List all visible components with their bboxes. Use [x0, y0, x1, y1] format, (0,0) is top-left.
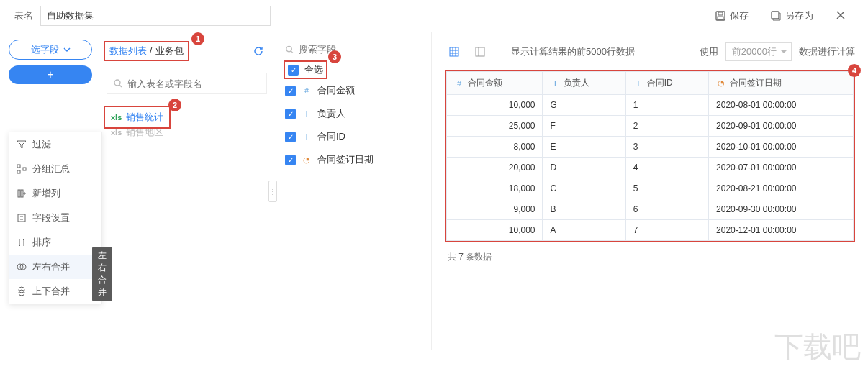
refresh-button[interactable]: [253, 45, 264, 59]
source-search[interactable]: [107, 73, 267, 94]
rows-select[interactable]: 前20000行: [725, 42, 792, 61]
cell-id: 7: [625, 220, 708, 241]
tab-data-list[interactable]: 数据列表: [109, 45, 147, 58]
op-filter[interactable]: 过滤: [9, 132, 101, 157]
plus-icon: +: [47, 68, 53, 81]
save-as-icon: [770, 10, 782, 22]
search-icon: [113, 78, 123, 88]
highlight-box-2: xls 销售统计: [104, 106, 171, 129]
checkbox[interactable]: ✓: [285, 155, 296, 165]
text-icon: T: [550, 79, 560, 88]
cell-owner: C: [543, 178, 625, 199]
save-button[interactable]: 保存: [707, 6, 756, 25]
svg-rect-4: [17, 165, 20, 168]
select-field-button[interactable]: 选字段: [9, 40, 92, 60]
cell-date: 2020-09-30 00:00:00: [709, 199, 854, 220]
time-icon: ◔: [302, 155, 312, 165]
col-header-date[interactable]: ◔合同签订日期: [709, 72, 854, 95]
field-row-date[interactable]: ✓ ◔ 合同签订日期: [282, 148, 422, 171]
cell-id: 5: [625, 178, 708, 199]
checkbox[interactable]: ✓: [285, 132, 296, 142]
table-row[interactable]: 8,000E32020-10-01 00:00:00: [447, 137, 854, 158]
tab-business-pkg[interactable]: 业务包: [155, 45, 184, 58]
table-name-label: 表名: [14, 9, 33, 22]
cell-owner: G: [543, 95, 625, 116]
svg-rect-9: [18, 214, 25, 222]
text-icon: T: [633, 79, 643, 88]
checkbox-all[interactable]: ✓: [288, 65, 299, 76]
table-row[interactable]: 10,000A72020-12-01 00:00:00: [447, 220, 854, 241]
sort-icon: [17, 237, 27, 247]
list-view-button[interactable]: [471, 43, 489, 60]
xls-icon: xls: [111, 128, 122, 137]
header-bar: 表名 保存 另存为: [0, 0, 868, 32]
operation-menu: 过滤 分组汇总 新增列 字段设置 排序 左右合并: [9, 132, 102, 304]
op-sort[interactable]: 排序: [9, 230, 101, 255]
preview-table: #合同金额 T负责人 T合同ID ◔合同签订日期 10,000G12020-08…: [446, 71, 854, 241]
checkbox[interactable]: ✓: [285, 109, 296, 119]
cell-owner: B: [543, 199, 625, 220]
op-left-right-join[interactable]: 左右合并: [9, 255, 101, 279]
op-newcol[interactable]: 新增列: [9, 181, 101, 206]
highlight-box-3: ✓ 全选: [284, 60, 327, 79]
table-row[interactable]: 25,000F22020-09-01 00:00:00: [447, 116, 854, 137]
fields-panel: ✓ 全选 3 ✓ # 合同金额 ✓ T 负责人 ✓ T 合同ID ✓ ◔ 合同签…: [273, 32, 432, 350]
highlight-box-1: 数据列表/业务包: [104, 41, 189, 61]
op-top-bottom-join[interactable]: 上下合并: [9, 279, 101, 304]
tooltip-ljoin: 左右合并: [92, 247, 112, 301]
cell-id: 2: [625, 116, 708, 137]
cell-amount: 25,000: [447, 116, 543, 137]
add-button[interactable]: +: [9, 65, 92, 84]
preview-panel: 显示计算结果的前5000行数据 使用 前20000行 数据进行计算 4 #合同金…: [432, 32, 868, 350]
svg-rect-7: [18, 190, 20, 197]
field-row-amount[interactable]: ✓ # 合同金额: [282, 79, 422, 102]
svg-point-15: [286, 46, 291, 51]
info-text: 显示计算结果的前5000行数据: [511, 45, 635, 58]
table-name-input[interactable]: [40, 6, 271, 26]
field-row-id[interactable]: ✓ T 合同ID: [282, 125, 422, 148]
resize-handle[interactable]: ⋮: [268, 181, 277, 202]
op-fieldset[interactable]: 字段设置: [9, 206, 101, 230]
cell-amount: 10,000: [447, 220, 543, 241]
close-button[interactable]: [828, 6, 854, 26]
table-row[interactable]: 10,000G12020-08-01 00:00:00: [447, 95, 854, 116]
list-icon: [474, 46, 486, 58]
save-as-button[interactable]: 另存为: [763, 6, 820, 25]
ljoin-icon: [17, 262, 27, 272]
save-icon: [715, 10, 726, 22]
number-icon: #: [302, 86, 312, 95]
source-panel: 数据列表/业务包 1 xls 销售统计 2 xls 销售地区 ⋮: [101, 32, 273, 350]
grid-icon: [448, 46, 460, 58]
cell-id: 1: [625, 95, 708, 116]
svg-rect-6: [23, 168, 26, 170]
source-item-1[interactable]: xls 销售统计: [109, 109, 165, 125]
source-search-input[interactable]: [127, 78, 261, 89]
cell-date: 2020-07-01 00:00:00: [709, 158, 854, 178]
col-header-owner[interactable]: T负责人: [543, 72, 625, 95]
grid-view-button[interactable]: [445, 43, 464, 60]
table-header-row: #合同金额 T负责人 T合同ID ◔合同签订日期: [447, 72, 854, 95]
svg-point-14: [114, 80, 120, 86]
svg-rect-2: [718, 17, 723, 19]
field-search-input[interactable]: [299, 44, 420, 55]
field-row-owner[interactable]: ✓ T 负责人: [282, 102, 422, 125]
field-search[interactable]: [282, 40, 422, 59]
col-header-id[interactable]: T合同ID: [625, 72, 708, 95]
table-row[interactable]: 20,000D42020-07-01 00:00:00: [447, 158, 854, 178]
number-icon: #: [454, 79, 464, 88]
cell-amount: 18,000: [447, 178, 543, 199]
chevron-down-icon: [63, 46, 71, 53]
col-header-amount[interactable]: #合同金额: [447, 72, 543, 95]
op-group[interactable]: 分组汇总: [9, 157, 101, 181]
cell-owner: E: [543, 137, 625, 158]
svg-rect-3: [772, 12, 779, 19]
checkbox[interactable]: ✓: [285, 86, 296, 96]
svg-rect-16: [450, 47, 458, 56]
table-row[interactable]: 9,000B62020-09-30 00:00:00: [447, 199, 854, 220]
cell-date: 2020-09-01 00:00:00: [709, 116, 854, 137]
cell-date: 2020-12-01 00:00:00: [709, 220, 854, 241]
fieldset-icon: [17, 213, 27, 223]
table-row[interactable]: 18,000C52020-08-21 00:00:00: [447, 178, 854, 199]
cell-amount: 8,000: [447, 137, 543, 158]
cell-date: 2020-08-21 00:00:00: [709, 178, 854, 199]
